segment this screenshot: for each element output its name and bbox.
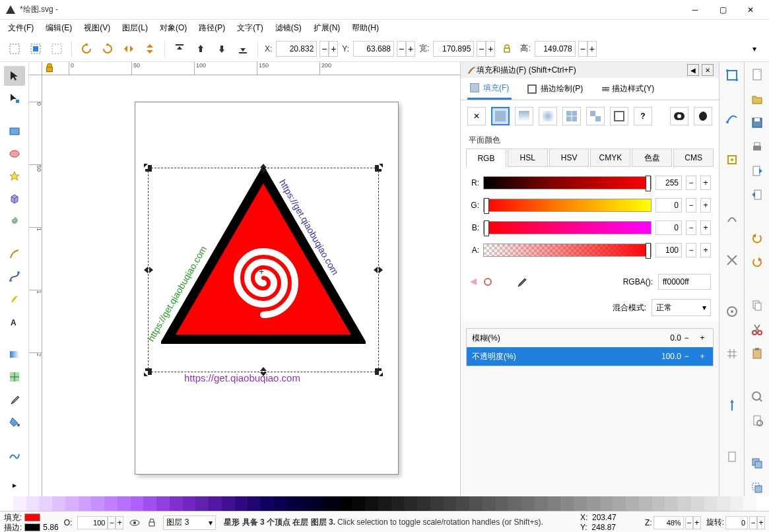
close-button[interactable]: ✕ [737,1,764,19]
snap-bbox-icon[interactable] [723,66,741,84]
cmd-copy-icon[interactable] [748,296,766,314]
scale-handle-tm[interactable] [257,162,269,174]
gradient-tool[interactable] [4,345,25,364]
cmd-save-icon[interactable] [748,114,766,131]
snap-intersect-icon[interactable] [723,251,741,269]
menu-object[interactable]: 对象(O) [154,21,192,35]
paintbucket-tool[interactable] [4,412,25,432]
stroke-swatch[interactable] [24,523,40,531]
scale-handle-br[interactable] [372,366,384,378]
pencil-tool[interactable] [4,244,25,264]
panel-close-button[interactable]: ✕ [702,64,714,76]
ruler-horizontal[interactable]: 0 50 100 150 200 [42,62,460,75]
zoom-plus[interactable]: + [693,516,701,529]
h-input[interactable] [535,41,576,57]
node-tool[interactable] [4,88,25,108]
cmd-print-icon[interactable] [748,138,766,155]
fill-mesh-button[interactable] [562,107,581,125]
a-minus[interactable]: − [686,243,696,257]
snap-path-icon[interactable] [723,209,741,227]
opacity-row[interactable]: 不透明度(%) 100.0 − + [467,347,713,366]
scale-handle-ml[interactable] [143,264,154,276]
menu-file[interactable]: 文件(F) [3,21,39,35]
eyedropper-icon[interactable] [516,277,527,287]
g-slider[interactable] [483,199,652,212]
cmd-zoomfit-icon[interactable] [748,387,766,405]
menu-path[interactable]: 路径(P) [193,21,230,35]
fill-nonzero-button[interactable] [694,107,712,125]
tab-fill[interactable]: 填充(F) [467,79,512,100]
snap-guide-icon[interactable] [723,396,741,415]
tab-stroke-style[interactable]: ≡≡描边样式(Y) [599,79,657,98]
snap-page-icon[interactable] [723,448,741,466]
more-tools[interactable]: ▸ [4,475,25,495]
mesh-tool[interactable] [4,367,25,387]
blur-row[interactable]: 模糊(%) 0.0 − + [467,329,713,347]
opacity-minus[interactable]: − [681,352,692,361]
fill-swatch[interactable] [24,514,40,521]
menu-view[interactable]: 视图(V) [79,21,116,35]
cmd-export-icon[interactable] [748,186,766,203]
lock-icon[interactable] [44,62,55,74]
colortab-cms[interactable]: CMS [673,149,714,167]
deselect-icon[interactable] [48,40,66,58]
colortab-cmyk[interactable]: CMYK [590,149,630,167]
y-plus[interactable]: + [406,41,415,57]
flip-v-icon[interactable] [141,40,159,58]
lock-ratio-icon[interactable] [498,40,516,58]
cmd-redo-icon[interactable] [748,253,766,271]
blend-select[interactable]: 正常▾ [652,299,711,316]
a-slider[interactable] [483,244,652,257]
scale-handle-mr[interactable] [372,264,384,276]
tab-stroke-paint[interactable]: 描边绘制(P) [525,79,585,98]
rotate-cw-icon[interactable] [98,40,117,58]
menu-filter[interactable]: 滤镜(S) [270,21,307,35]
ellipse-tool[interactable] [4,144,25,164]
h-plus[interactable]: + [587,41,597,57]
menu-help[interactable]: 帮助(H) [347,21,384,35]
blur-plus[interactable]: + [697,333,708,343]
select-layer-icon[interactable] [26,40,45,58]
spiral-tool[interactable] [4,211,25,231]
b-minus[interactable]: − [686,220,696,235]
canvas-area[interactable]: 0 50 100 150 200 0 50 1 1 2 [29,62,460,496]
rgba-input[interactable] [658,274,711,290]
w-minus[interactable]: − [477,41,486,57]
scale-handle-bl[interactable] [143,366,154,378]
fill-swatch-button[interactable] [610,107,628,125]
b-plus[interactable]: + [700,220,711,235]
calligraphy-tool[interactable] [4,289,25,309]
color-circle-icon[interactable] [483,277,492,286]
cmd-open-icon[interactable] [748,90,766,107]
text-tool[interactable]: A [4,312,25,331]
snap-other-icon[interactable] [723,150,741,169]
star-tool[interactable] [4,166,25,186]
r-minus[interactable]: − [686,176,696,190]
cmd-import-icon[interactable] [748,162,766,180]
colortab-hsv[interactable]: HSV [549,149,589,167]
cmd-paste-icon[interactable] [748,345,766,362]
cmd-duplicate-icon[interactable] [748,455,766,472]
maximize-button[interactable]: ▢ [710,1,736,19]
zoom-input[interactable] [653,516,684,529]
ruler-vertical[interactable]: 0 50 1 1 2 [29,75,42,496]
colortab-hsl[interactable]: HSL [508,149,548,167]
cmd-clone-icon[interactable] [748,479,766,496]
cmd-zoompage-icon[interactable] [748,412,766,429]
color-palette[interactable] [0,496,769,511]
colortab-rgb[interactable]: RGB [466,149,506,167]
selector-tool[interactable] [4,66,25,86]
zoom-minus[interactable]: − [685,516,693,529]
rotate-ccw-icon[interactable] [77,40,96,58]
fill-pattern-button[interactable] [586,107,605,125]
scale-handle-tr[interactable] [372,162,384,174]
opacity-sb-minus[interactable]: − [108,516,116,529]
cmd-newdoc-icon[interactable] [748,66,766,83]
minimize-button[interactable]: ─ [682,1,708,19]
cmd-undo-icon[interactable] [748,230,766,247]
layer-select[interactable]: 图层 3▾ [163,515,216,530]
fill-unknown-button[interactable]: ? [634,107,652,125]
r-slider[interactable] [483,176,652,189]
rot-plus[interactable]: + [757,516,765,529]
fill-flat-button[interactable] [491,107,510,125]
